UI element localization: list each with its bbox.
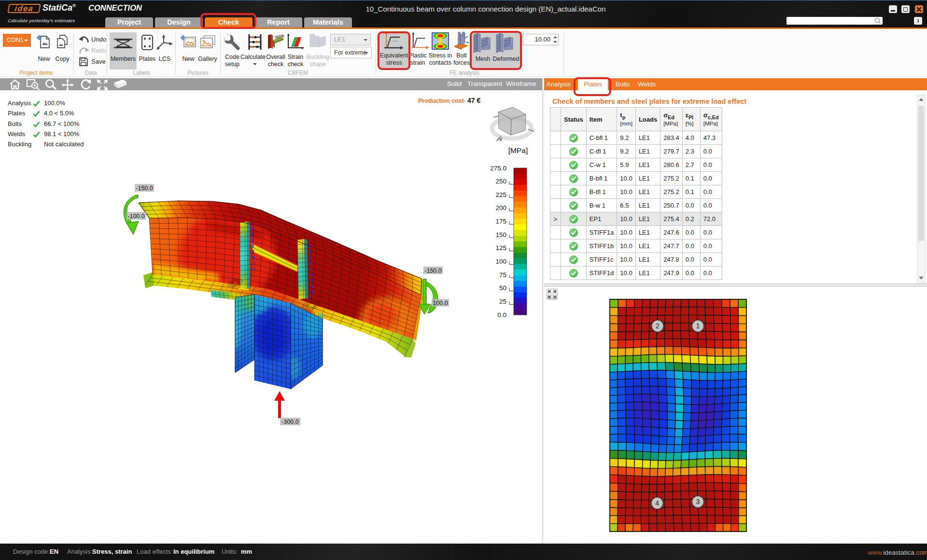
svg-text:200: 200 — [495, 204, 506, 211]
svg-text:-150.0: -150.0 — [136, 185, 153, 192]
svg-text:225: 225 — [495, 191, 506, 198]
svg-text:-300.0: -300.0 — [281, 419, 298, 425]
svg-text:50: 50 — [499, 284, 506, 292]
svg-text:175: 175 — [495, 218, 506, 225]
svg-text:75: 75 — [499, 271, 506, 279]
svg-text:275.0: 275.0 — [490, 165, 506, 172]
svg-text:-100.0: -100.0 — [127, 213, 144, 220]
svg-text:125: 125 — [495, 244, 506, 252]
svg-text:-150.0: -150.0 — [424, 267, 441, 274]
svg-text:150: 150 — [495, 231, 506, 238]
svg-text:100: 100 — [495, 258, 506, 265]
svg-text:0.0: 0.0 — [497, 311, 506, 319]
svg-text:Y: Y — [499, 137, 503, 142]
svg-text:100.0: 100.0 — [433, 300, 448, 307]
svg-text:[MPa]: [MPa] — [508, 146, 528, 154]
svg-text:25: 25 — [499, 298, 506, 305]
svg-text:250: 250 — [495, 178, 506, 185]
